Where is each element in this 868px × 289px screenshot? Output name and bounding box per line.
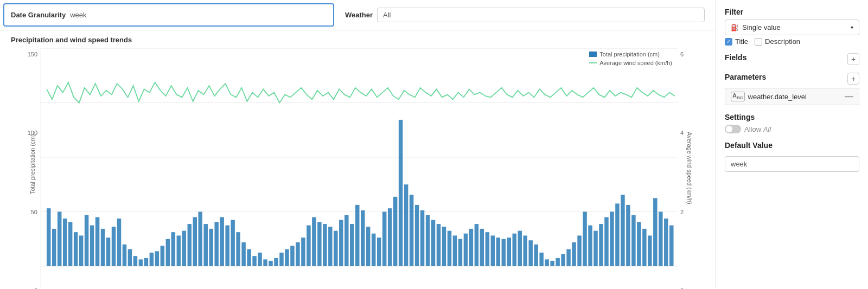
svg-rect-72 bbox=[410, 195, 413, 266]
svg-rect-57 bbox=[328, 227, 332, 266]
main-area: Date Granularity Weather All Precipitati… bbox=[0, 0, 716, 289]
svg-rect-102 bbox=[572, 242, 576, 266]
svg-rect-68 bbox=[388, 208, 392, 266]
y-right-tick: 2 bbox=[680, 209, 684, 215]
title-checkbox[interactable]: ✓ Title bbox=[725, 37, 748, 46]
svg-rect-54 bbox=[312, 217, 316, 266]
svg-rect-107 bbox=[599, 224, 603, 266]
svg-rect-108 bbox=[604, 217, 608, 266]
svg-rect-95 bbox=[534, 245, 538, 266]
svg-rect-69 bbox=[393, 197, 397, 266]
parameter-item: ABC weather.date_level — bbox=[725, 88, 859, 105]
date-granularity-input[interactable] bbox=[70, 11, 327, 19]
svg-rect-99 bbox=[556, 258, 559, 266]
svg-rect-56 bbox=[323, 224, 327, 266]
parameters-section-header: Parameters + bbox=[725, 73, 859, 85]
svg-rect-119 bbox=[664, 219, 668, 266]
svg-rect-74 bbox=[420, 210, 424, 266]
svg-rect-104 bbox=[583, 211, 586, 266]
y-axis-right-wrap: 6 4 2 0 Average wind speed (km/h) bbox=[678, 48, 710, 289]
allow-all-toggle[interactable] bbox=[725, 125, 741, 133]
svg-rect-94 bbox=[528, 240, 532, 266]
chart-area: Precipitation and wind speed trends Tota… bbox=[0, 30, 716, 289]
svg-rect-52 bbox=[301, 237, 305, 266]
default-value-title: Default Value bbox=[725, 141, 859, 150]
top-bar: Date Granularity Weather All bbox=[0, 0, 716, 30]
svg-rect-85 bbox=[480, 229, 484, 266]
svg-rect-33 bbox=[199, 211, 202, 266]
svg-rect-35 bbox=[209, 229, 213, 266]
svg-rect-116 bbox=[648, 235, 652, 266]
svg-rect-15 bbox=[101, 229, 105, 266]
svg-rect-103 bbox=[577, 235, 581, 266]
toggle-knob bbox=[726, 126, 732, 132]
fields-section: Fields + bbox=[725, 53, 859, 65]
svg-rect-114 bbox=[637, 222, 641, 266]
svg-rect-26 bbox=[161, 246, 164, 266]
chart-svg bbox=[41, 48, 678, 289]
parameters-add-button[interactable]: + bbox=[847, 73, 859, 85]
check-icon: ✓ bbox=[726, 39, 731, 44]
legend-bar-label: Total precipitation (cm) bbox=[599, 51, 660, 57]
svg-rect-31 bbox=[188, 224, 192, 266]
svg-rect-75 bbox=[426, 215, 430, 266]
svg-rect-65 bbox=[372, 234, 375, 266]
weather-label: Weather bbox=[345, 11, 373, 19]
filter-dropdown[interactable]: ⛽ Single value ▾ bbox=[725, 20, 859, 35]
description-checkbox[interactable]: Description bbox=[755, 37, 800, 46]
svg-rect-80 bbox=[453, 235, 457, 266]
svg-rect-76 bbox=[431, 220, 435, 266]
checkbox-row: ✓ Title Description bbox=[725, 37, 859, 46]
fields-add-button[interactable]: + bbox=[847, 53, 859, 65]
svg-rect-40 bbox=[236, 232, 240, 266]
svg-rect-101 bbox=[566, 249, 570, 266]
date-granularity-filter[interactable]: Date Granularity bbox=[3, 3, 334, 27]
svg-rect-34 bbox=[203, 224, 207, 266]
allow-all-row: Allow All bbox=[725, 125, 859, 133]
svg-rect-92 bbox=[518, 231, 522, 266]
svg-rect-13 bbox=[90, 226, 94, 266]
svg-rect-50 bbox=[290, 246, 294, 266]
default-value-input[interactable] bbox=[725, 156, 859, 172]
parameter-left: ABC weather.date_level bbox=[731, 92, 807, 101]
y-tick: 150 bbox=[28, 51, 37, 57]
svg-rect-93 bbox=[523, 235, 527, 266]
legend-line-label: Average wind speed (km/h) bbox=[599, 60, 672, 66]
filter-dropdown-content: ⛽ Single value bbox=[731, 23, 781, 31]
filter-section: Filter ⛽ Single value ▾ ✓ Title Descript… bbox=[725, 8, 859, 46]
svg-rect-18 bbox=[117, 219, 121, 266]
svg-rect-83 bbox=[469, 229, 473, 266]
svg-rect-77 bbox=[437, 224, 441, 266]
filter-funnel-icon: ⛽ bbox=[731, 24, 739, 31]
date-granularity-label: Date Granularity bbox=[11, 11, 66, 19]
svg-rect-48 bbox=[279, 253, 283, 266]
svg-rect-63 bbox=[361, 210, 365, 266]
title-checkbox-checked: ✓ bbox=[725, 38, 732, 46]
svg-rect-79 bbox=[448, 231, 451, 266]
svg-rect-19 bbox=[123, 245, 126, 266]
svg-rect-98 bbox=[550, 261, 554, 266]
y-left-label: Total precipitation (cm) bbox=[29, 132, 36, 197]
svg-rect-117 bbox=[653, 198, 657, 266]
svg-rect-45 bbox=[263, 259, 267, 266]
legend-line-item: Average wind speed (km/h) bbox=[589, 60, 672, 66]
svg-rect-112 bbox=[626, 205, 630, 266]
svg-rect-71 bbox=[404, 184, 408, 266]
svg-rect-60 bbox=[344, 215, 348, 266]
svg-rect-17 bbox=[112, 227, 116, 266]
svg-rect-43 bbox=[252, 256, 256, 266]
svg-rect-39 bbox=[231, 220, 234, 266]
svg-rect-21 bbox=[133, 256, 137, 266]
param-type-icon: ABC bbox=[731, 92, 745, 101]
param-name: weather.date_level bbox=[748, 93, 807, 101]
param-remove-button[interactable]: — bbox=[845, 92, 853, 101]
svg-rect-22 bbox=[139, 259, 143, 266]
filter-section-title: Filter bbox=[725, 8, 859, 16]
chart-title: Precipitation and wind speed trends bbox=[11, 36, 710, 44]
add-icon: + bbox=[851, 74, 856, 83]
svg-rect-46 bbox=[269, 261, 272, 266]
svg-rect-66 bbox=[377, 237, 381, 266]
cursor-indicator bbox=[854, 60, 859, 65]
svg-rect-113 bbox=[631, 215, 635, 266]
svg-rect-59 bbox=[339, 220, 343, 266]
